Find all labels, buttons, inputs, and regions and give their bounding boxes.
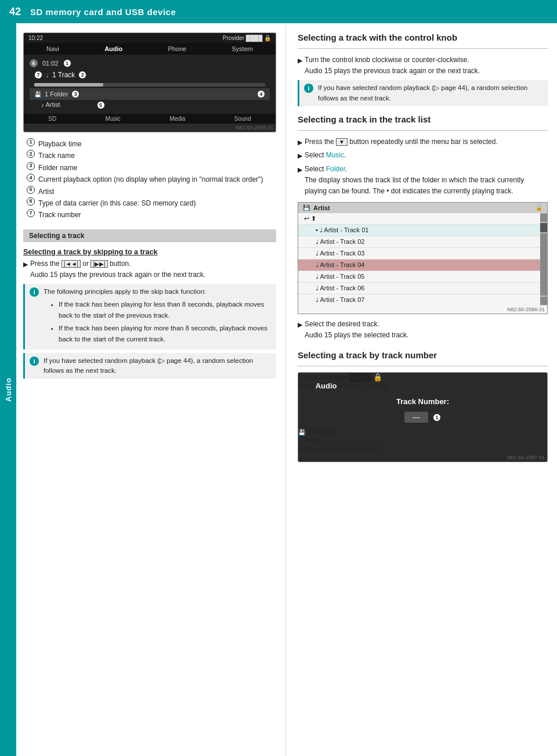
tracklist-arrow3-text: Select Folder. The display shows the tra… xyxy=(305,164,548,197)
track-row-0[interactable]: ↩ ⬆ xyxy=(298,213,540,225)
info-icon-2: i xyxy=(30,357,39,366)
ann-num-3: 3 xyxy=(27,162,35,170)
screen2-top-bar: 10:22 Provider ████ 🔒 xyxy=(298,373,547,381)
screen2-artist-bar: ♪ Artist xyxy=(298,436,547,445)
track-row-3[interactable]: ♩ Artist - Track 03 xyxy=(298,248,540,260)
folder-label: 1 Folder xyxy=(45,91,68,98)
sidebar: Audio xyxy=(0,23,16,756)
bottom2-music: Music xyxy=(311,445,331,453)
skip-info-text-2: If you have selected random playback (▷ … xyxy=(44,356,272,376)
screen1-code: N82.60-2583-31 xyxy=(24,124,276,132)
knob-section-title: Selecting a track with the control knob xyxy=(298,33,548,42)
screen1-artist-bar: ♪ Artist 5 xyxy=(30,100,270,110)
arrow-icon-1: ▶ xyxy=(23,260,28,280)
tn-input-row: — 1 xyxy=(298,409,547,427)
track-list-rows: ↩ ⬆ • ♩ Artist - Track 01 ♩ Artist - Tra… xyxy=(298,213,540,305)
scroll-track xyxy=(540,233,547,296)
screen2-folder-label: 1 Folder xyxy=(308,427,335,436)
circle-5: 5 xyxy=(97,101,105,109)
annotation-list: 1 Playback time 2 Track name 3 Folder na… xyxy=(27,138,276,221)
screen2-nav-bar: Navi Audio Phone System xyxy=(298,381,547,390)
main-content: Audio 10:22 Provider ████ 🔒 Navi Audio P… xyxy=(0,23,557,756)
track-row-4[interactable]: ♩ Artist - Track 04 xyxy=(298,260,540,271)
ann-text-4: Current playback option (no display when… xyxy=(38,174,263,185)
screen1-time-row: 6 01:02 1 xyxy=(30,58,270,69)
page-number: 42 xyxy=(9,6,21,18)
track-row-1[interactable]: • ♩ Artist - Track 01 xyxy=(298,225,540,236)
tracklist-arrow1-text: Press the ▼ button repeatedly until the … xyxy=(305,136,498,148)
screen2-bottom-bar: SD Music Media Sound xyxy=(298,445,547,453)
divider-3 xyxy=(298,366,548,366)
down-button[interactable]: ▼ xyxy=(336,138,348,146)
ann-num-2: 2 xyxy=(27,150,35,158)
sidebar-label: Audio xyxy=(4,377,13,402)
ann-num-5: 5 xyxy=(27,186,35,194)
track-row-5-label: ♩ Artist - Track 05 xyxy=(316,273,364,280)
arrow-icon-6: ▶ xyxy=(298,320,302,341)
sd-icon-small: 💾 xyxy=(303,204,310,211)
track-nav-icon: ⬆ xyxy=(311,215,316,222)
screen1-top-bar: 10:22 Provider ████ 🔒 xyxy=(24,33,276,43)
nav-system: System xyxy=(232,45,253,52)
annotation-2: 2 Track name xyxy=(27,150,276,161)
prev-button[interactable]: |◄◄| xyxy=(62,260,81,268)
track-list-header: 💾 Artist 🔒 xyxy=(298,203,547,213)
tracklist-arrow2: ▶ Select Music. xyxy=(298,150,548,161)
artist-label: Artist xyxy=(45,101,60,108)
track-list-screen: 💾 Artist 🔒 ↩ ⬆ • ♩ Artist - Track 01 ♩ A… xyxy=(298,202,548,314)
divider-1 xyxy=(298,48,548,49)
nav2-phone: Phone xyxy=(339,381,361,390)
ann-text-2: Track name xyxy=(38,150,75,161)
right-column: Selecting a track with the control knob … xyxy=(286,23,557,756)
next-button[interactable]: |▶▶| xyxy=(91,260,107,268)
knob-info-text: If you have selected random playback (▷ … xyxy=(318,83,543,103)
bottom2-sd: SD xyxy=(298,445,309,453)
arrow-icon-4: ▶ xyxy=(298,151,302,161)
screen1-nav-bar: Navi Audio Phone System xyxy=(24,43,276,55)
music-link[interactable]: Music xyxy=(326,151,344,159)
nav-phone: Phone xyxy=(168,45,186,52)
screen2-code: N82.60-2587-31 xyxy=(298,453,547,462)
track-row-7[interactable]: ♩ Artist - Track 07 xyxy=(298,294,540,305)
ann-num-6: 6 xyxy=(27,197,35,206)
scroll-thumb[interactable] xyxy=(540,223,547,232)
circle-4: 4 xyxy=(257,90,265,98)
scroll-down[interactable] xyxy=(540,297,547,305)
info-icon-1: i xyxy=(30,287,39,297)
track-list-code: N82.60-2586-31 xyxy=(298,305,547,314)
skip-bullet-list: If the track has been playing for less t… xyxy=(50,299,272,344)
bottom-media: Media xyxy=(169,116,185,122)
annotation-7: 7 Track number xyxy=(27,209,276,221)
screen1-folder-bar: 💾 1 Folder 3 4 xyxy=(30,88,270,100)
track-list-body: ↩ ⬆ • ♩ Artist - Track 01 ♩ Artist - Tra… xyxy=(298,213,547,305)
track-row-5[interactable]: ♩ Artist - Track 05 xyxy=(298,271,540,283)
screen1-provider: Provider ████ 🔒 xyxy=(223,35,271,41)
scroll-up[interactable] xyxy=(540,214,547,222)
tn-circle-1: 1 xyxy=(433,413,441,422)
arrow-icon-2: ▶ xyxy=(298,56,302,77)
circle-3: 3 xyxy=(71,90,79,98)
track-list-header-label: Artist xyxy=(313,204,330,211)
circle-6: 6 xyxy=(30,59,38,67)
music-note-icon: ♪ xyxy=(41,102,44,108)
skip-info-text-1: The following principles apply to the sk… xyxy=(44,287,272,347)
track-row-7-label: ♩ Artist - Track 07 xyxy=(316,296,364,304)
ann-num-7: 7 xyxy=(27,209,35,217)
annotation-6: 6 Type of data carrier (in this case: SD… xyxy=(27,197,276,209)
folder-link[interactable]: Folder xyxy=(326,165,345,173)
nav2-system: System xyxy=(363,381,388,390)
progress-bar xyxy=(34,83,265,87)
device-screen-2: 10:22 Provider ████ 🔒 Navi Audio Phone S… xyxy=(298,372,548,462)
track-row-2[interactable]: ♩ Artist - Track 02 xyxy=(298,236,540,248)
knob-arrow1: ▶ Turn the control knob clockwise or cou… xyxy=(298,55,548,77)
ann-text-5: Artist xyxy=(38,186,54,197)
track-row-6[interactable]: ♩ Artist - Track 06 xyxy=(298,283,540,294)
track-scrollbar[interactable] xyxy=(540,213,547,305)
music-icon: ♩ xyxy=(46,72,49,78)
track-row-0-label: ↩ ⬆ xyxy=(304,215,316,222)
annotation-5: 5 Artist xyxy=(27,186,276,197)
ann-text-3: Folder name xyxy=(38,162,77,174)
tn-input-box[interactable]: — xyxy=(404,412,428,423)
info-icon-3: i xyxy=(304,84,313,93)
knob-info-block: i If you have selected random playback (… xyxy=(298,80,548,106)
